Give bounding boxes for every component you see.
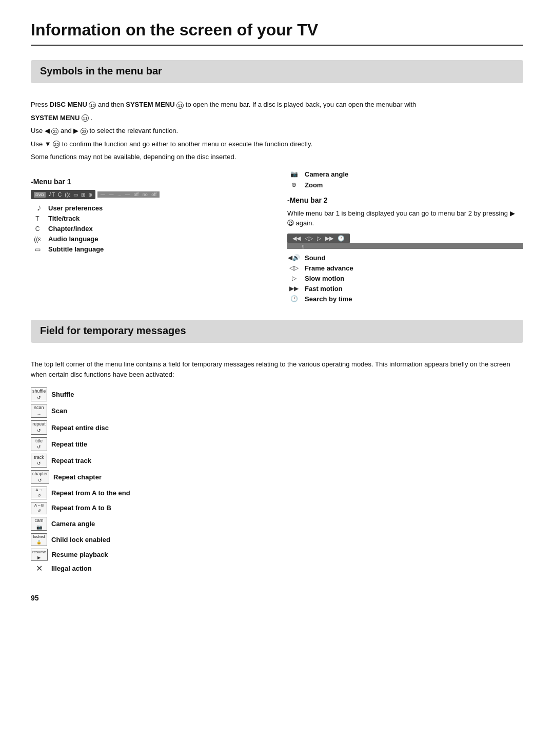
resume-playback-item: resume▶ Resume playback bbox=[31, 549, 523, 561]
menu-bar-2-heading: -Menu bar 2 bbox=[287, 196, 523, 204]
menu-bar-1-col: -Menu bar 1 DVD 𝅘𝅥𝅮 T C ((ε ▭ ⊞ ⊕ — — ..… bbox=[31, 170, 267, 305]
intro-text-2: Use ◀ 21 and ▶ 23 to select the relevant… bbox=[31, 126, 523, 136]
scan-label: Scan bbox=[51, 407, 67, 415]
camera-angle-field-label: Camera angle bbox=[51, 520, 95, 528]
camera-angle-label: Camera angle bbox=[305, 170, 348, 178]
audio-lang-label: Audio language bbox=[48, 235, 98, 243]
repeat-a-b-item: A↔B↺ Repeat from A to B bbox=[31, 502, 523, 514]
symbols-section: Symbols in the menu bar bbox=[31, 60, 523, 83]
chapter-index-item: C Chapter/index bbox=[31, 225, 267, 232]
shuffle-label: Shuffle bbox=[51, 391, 74, 398]
user-pref-item: 𝅘𝅥𝅮 User preferences bbox=[31, 204, 267, 212]
camera-angle-field-icon: cam📷 bbox=[31, 517, 47, 531]
repeat-title-icon: title↺ bbox=[31, 437, 47, 451]
repeat-a-end-label: Repeat from A to the end bbox=[51, 489, 130, 497]
shuffle-item: shuffle↺ Shuffle bbox=[31, 387, 523, 401]
repeat-title-label: Repeat title bbox=[51, 440, 87, 448]
title-track-label: Title/track bbox=[48, 215, 80, 222]
repeat-disc-label: Repeat entire disc bbox=[51, 424, 109, 432]
sound-icon: ◀🔊 bbox=[287, 254, 301, 261]
resume-playback-icon: resume▶ bbox=[31, 549, 48, 561]
frame-advance-item: ◁▷ Frame advance bbox=[287, 264, 523, 272]
field-content: The top left corner of the menu line con… bbox=[31, 352, 523, 573]
zoom-icon: ⊕ bbox=[287, 181, 301, 188]
slow-motion-item: ▷ Slow motion bbox=[287, 275, 523, 282]
illegal-action-icon: ✕ bbox=[31, 564, 47, 573]
title-track-icon: T bbox=[31, 215, 44, 222]
page-number: 95 bbox=[31, 594, 523, 602]
audio-lang-icon: ((ε bbox=[31, 236, 44, 243]
subtitle-lang-item: ▭ Subtitle language bbox=[31, 245, 267, 253]
user-pref-label: User preferences bbox=[48, 204, 103, 212]
child-lock-icon: locked🔒 bbox=[31, 533, 47, 546]
camera-angle-field-item: cam📷 Camera angle bbox=[31, 517, 523, 531]
chapter-index-icon: C bbox=[31, 225, 44, 232]
menu-bar-2-col: 📷 Camera angle ⊕ Zoom -Menu bar 2 While … bbox=[287, 170, 523, 305]
scan-item: scan→ Scan bbox=[31, 404, 523, 418]
repeat-title-item: title↺ Repeat title bbox=[31, 437, 523, 451]
page-title: Information on the screen of your TV bbox=[31, 21, 523, 46]
intro-text-3: Use ▼ 25 to confirm the function and go … bbox=[31, 139, 523, 149]
scan-icon: scan→ bbox=[31, 404, 47, 418]
symbols-content: Press DISC MENU 12 and then SYSTEM MENU … bbox=[31, 92, 523, 305]
fast-motion-icon: ▶▶ bbox=[287, 285, 301, 292]
search-by-time-item: 🕐 Search by time bbox=[287, 295, 523, 303]
search-by-time-label: Search by time bbox=[305, 295, 352, 303]
repeat-a-b-label: Repeat from A to B bbox=[51, 504, 111, 512]
slow-motion-icon: ▷ bbox=[287, 275, 301, 282]
search-by-time-icon: 🕐 bbox=[287, 295, 301, 302]
shuffle-icon: shuffle↺ bbox=[31, 387, 47, 401]
repeat-track-label: Repeat track bbox=[51, 457, 91, 464]
repeat-chapter-icon: chapter↺ bbox=[31, 470, 49, 484]
menu-bar-2-intro: While menu bar 1 is being displayed you … bbox=[287, 208, 523, 228]
intro-text-system: SYSTEM MENU 11 . bbox=[31, 113, 523, 123]
repeat-a-end-icon: A→↺ bbox=[31, 487, 47, 499]
child-lock-item: locked🔒 Child lock enabled bbox=[31, 533, 523, 546]
repeat-disc-item: repeat↺ Repeat entire disc bbox=[31, 420, 523, 434]
menu-bar-1-heading: -Menu bar 1 bbox=[31, 178, 267, 186]
fast-motion-item: ▶▶ Fast motion bbox=[287, 285, 523, 293]
repeat-chapter-label: Repeat chapter bbox=[53, 473, 102, 481]
resume-playback-label: Resume playback bbox=[52, 551, 108, 558]
intro-text-1: Press DISC MENU 12 and then SYSTEM MENU … bbox=[31, 100, 523, 110]
frame-advance-icon: ◁▷ bbox=[287, 264, 301, 272]
user-pref-icon: 𝅘𝅥𝅮 bbox=[31, 205, 44, 212]
camera-angle-item: 📷 Camera angle bbox=[287, 170, 523, 178]
repeat-disc-icon: repeat↺ bbox=[31, 420, 47, 434]
child-lock-label: Child lock enabled bbox=[51, 536, 110, 544]
repeat-a-b-icon: A↔B↺ bbox=[31, 502, 47, 514]
dvd-label: DVD bbox=[34, 192, 46, 198]
zoom-label: Zoom bbox=[305, 181, 323, 189]
fast-motion-label: Fast motion bbox=[305, 285, 343, 293]
field-heading: Field for temporary messages bbox=[40, 325, 514, 337]
sound-item: ◀🔊 Sound bbox=[287, 254, 523, 262]
chapter-index-label: Chapter/index bbox=[48, 225, 93, 232]
intro-text-4: Some functions may not be available, dep… bbox=[31, 152, 523, 162]
repeat-chapter-item: chapter↺ Repeat chapter bbox=[31, 470, 523, 484]
title-track-item: T Title/track bbox=[31, 215, 267, 222]
illegal-action-label: Illegal action bbox=[51, 565, 92, 572]
repeat-track-icon: track↺ bbox=[31, 454, 47, 468]
symbols-heading: Symbols in the menu bar bbox=[40, 65, 514, 77]
slow-motion-label: Slow motion bbox=[305, 275, 344, 282]
field-section-box: Field for temporary messages bbox=[31, 320, 523, 343]
illegal-action-item: ✕ Illegal action bbox=[31, 564, 523, 573]
repeat-track-item: track↺ Repeat track bbox=[31, 454, 523, 468]
audio-lang-item: ((ε Audio language bbox=[31, 235, 267, 243]
zoom-item: ⊕ Zoom bbox=[287, 181, 523, 189]
subtitle-lang-label: Subtitle language bbox=[48, 245, 104, 253]
frame-advance-label: Frame advance bbox=[305, 264, 353, 272]
camera-angle-icon: 📷 bbox=[287, 170, 301, 178]
field-intro: The top left corner of the menu line con… bbox=[31, 359, 523, 381]
repeat-a-end-item: A→↺ Repeat from A to the end bbox=[31, 487, 523, 499]
sound-label: Sound bbox=[305, 254, 325, 262]
subtitle-lang-icon: ▭ bbox=[31, 246, 44, 253]
